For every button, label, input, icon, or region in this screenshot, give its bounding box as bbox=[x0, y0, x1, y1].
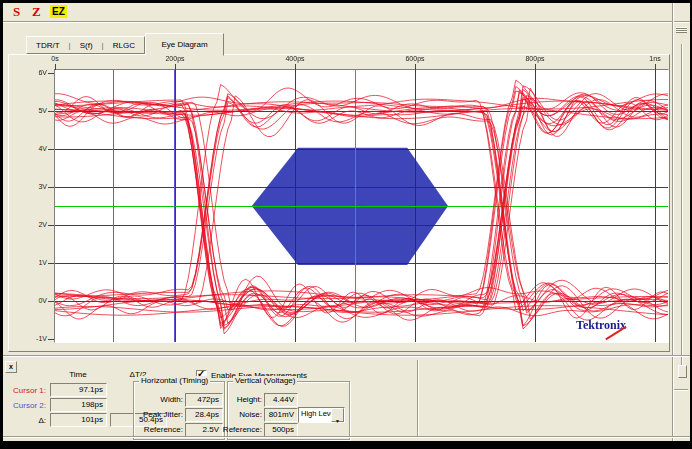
close-icon: x bbox=[6, 362, 16, 371]
tab-eye-diagram-label: Eye Diagram bbox=[161, 39, 207, 50]
noise-level-dropdown[interactable]: High Level ▼ bbox=[298, 407, 345, 423]
bottom-edge-line bbox=[3, 436, 690, 438]
vertical-voltage-title: Vertical (Voltage) bbox=[233, 376, 297, 385]
width-label: Width: bbox=[137, 395, 183, 404]
x-tick-mark bbox=[55, 64, 56, 70]
panel-divider bbox=[417, 360, 419, 437]
y-tick-label: 5V bbox=[7, 107, 47, 114]
tab-tdrt[interactable]: TDR/T bbox=[36, 40, 60, 51]
toolbar: S Z EZ bbox=[3, 3, 672, 21]
x-tick-mark bbox=[415, 64, 416, 70]
height-field[interactable]: 4.44V bbox=[264, 393, 298, 407]
screenshot-root: { "toolbar": { "logo_s": "S", "logo_z": … bbox=[0, 0, 692, 449]
right-strip-line bbox=[674, 389, 688, 391]
toolbar-button-s[interactable]: S bbox=[13, 4, 20, 20]
noise-field[interactable]: 801mV bbox=[264, 408, 298, 422]
x-tick-mark bbox=[535, 64, 536, 70]
vertical-reference-label: Reference: bbox=[222, 425, 262, 434]
y-tick-mark bbox=[48, 73, 54, 74]
cursor2-label: Cursor 2: bbox=[0, 401, 46, 410]
width-field[interactable]: 472ps bbox=[185, 393, 223, 407]
time-column-header: Time bbox=[50, 369, 106, 380]
chevron-down-icon: ▼ bbox=[335, 418, 340, 424]
y-tick-mark bbox=[48, 339, 54, 340]
y-tick-mark bbox=[48, 225, 54, 226]
x-tick-mark bbox=[175, 64, 176, 70]
peak-jitter-label: Peak Jitter: bbox=[137, 410, 183, 419]
cursor1-label: Cursor 1: bbox=[0, 386, 46, 395]
y-tick-label: 6V bbox=[7, 69, 47, 76]
toolbar-divider bbox=[3, 21, 690, 23]
y-tick-mark bbox=[48, 301, 54, 302]
right-strip-handle[interactable] bbox=[678, 365, 687, 378]
horizontal-timing-title: Horizontal (Timing) bbox=[139, 376, 210, 385]
right-splitter[interactable] bbox=[672, 3, 674, 441]
vertical-reference-field[interactable]: 500ps bbox=[264, 423, 298, 437]
x-tick-label: 200ps bbox=[155, 55, 195, 62]
y-tick-label: 2V bbox=[7, 221, 47, 228]
y-tick-label: 4V bbox=[7, 145, 47, 152]
y-tick-label: 1V bbox=[7, 259, 47, 266]
delta-label: Δ: bbox=[0, 416, 46, 425]
tab-group-inactive: TDR/T | S(f) | RLGC bbox=[26, 36, 145, 54]
x-tick-label: 1ns bbox=[635, 55, 675, 62]
y-tick-label: 3V bbox=[7, 183, 47, 190]
horizontal-reference-label: Reference: bbox=[137, 425, 183, 434]
bottom-panel-divider bbox=[3, 355, 690, 357]
right-strip-track bbox=[681, 44, 683, 372]
horizontal-reference-field[interactable]: 2.5V bbox=[185, 423, 223, 437]
delta-time-field[interactable]: 101ps bbox=[50, 413, 107, 427]
x-tick-label: 800ps bbox=[515, 55, 555, 62]
y-tick-mark bbox=[48, 149, 54, 150]
dropdown-arrow-button[interactable]: ▼ bbox=[331, 408, 344, 422]
peak-jitter-field[interactable]: 28.4ps bbox=[185, 408, 223, 422]
height-label: Height: bbox=[222, 395, 262, 404]
x-tick-label: 600ps bbox=[395, 55, 435, 62]
tab-sf[interactable]: S(f) bbox=[80, 40, 93, 51]
toolbar-button-ez[interactable]: EZ bbox=[50, 5, 67, 18]
y-tick-label: 0V bbox=[7, 297, 47, 304]
y-tick-label: -1V bbox=[7, 335, 47, 342]
splitter-grip-icon[interactable] bbox=[676, 27, 687, 33]
eye-diagram-canvas bbox=[55, 70, 668, 342]
x-tick-mark bbox=[655, 64, 656, 70]
y-tick-mark bbox=[48, 263, 54, 264]
y-tick-mark bbox=[48, 187, 54, 188]
tab-separator: | bbox=[102, 40, 104, 51]
tab-separator: | bbox=[69, 40, 71, 51]
x-tick-label: 400ps bbox=[275, 55, 315, 62]
cursor2-time-field[interactable]: 198ps bbox=[50, 398, 107, 412]
noise-label: Noise: bbox=[222, 410, 262, 419]
tab-rlgc[interactable]: RLGC bbox=[113, 40, 135, 51]
x-tick-mark bbox=[295, 64, 296, 70]
y-tick-mark bbox=[48, 111, 54, 112]
toolbar-button-z[interactable]: Z bbox=[32, 4, 41, 20]
cursor1-time-field[interactable]: 97.1ps bbox=[50, 383, 107, 397]
x-tick-label: 0s bbox=[35, 55, 75, 62]
tab-eye-diagram[interactable]: Eye Diagram bbox=[145, 33, 224, 56]
panel-close-button[interactable]: x bbox=[5, 361, 17, 373]
